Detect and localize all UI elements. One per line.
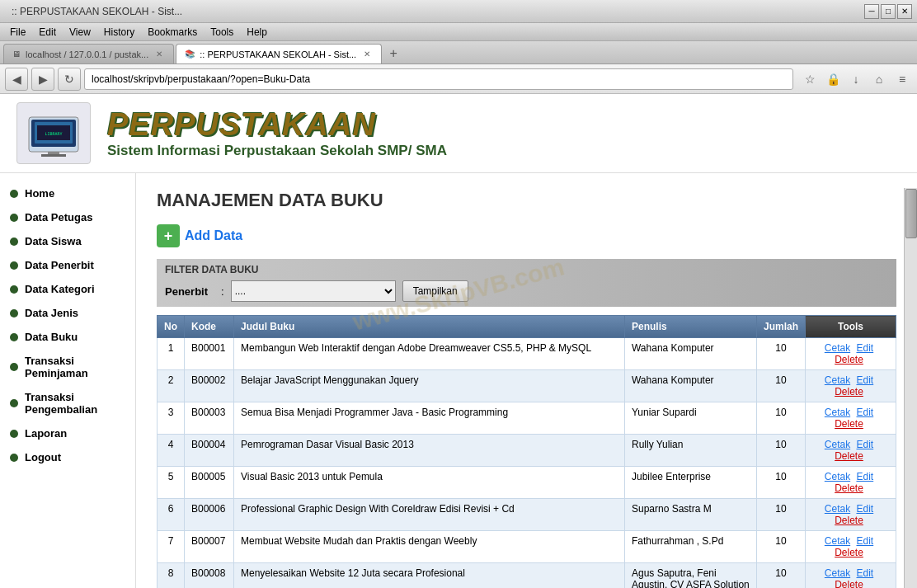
cell-penulis: Yuniar Supardi bbox=[624, 402, 756, 435]
delete-link[interactable]: Delete bbox=[835, 354, 863, 365]
cell-jumlah: 10 bbox=[756, 531, 805, 563]
menu-bookmarks[interactable]: Bookmarks bbox=[141, 26, 204, 38]
logo-image: LIBRARY bbox=[25, 109, 82, 158]
sidebar-item-data-jenis[interactable]: Data Jenis bbox=[0, 301, 135, 325]
sidebar-item-logout[interactable]: Logout bbox=[0, 445, 135, 469]
star-icon[interactable]: ☆ bbox=[800, 69, 820, 89]
bullet-data-jenis bbox=[10, 309, 18, 318]
scrollbar-track[interactable] bbox=[904, 188, 917, 588]
content-area: MANAJEMEN DATA BUKU + Add Data FILTER DA… bbox=[136, 173, 917, 588]
cetak-link[interactable]: Cetak bbox=[825, 567, 850, 579]
svg-rect-6 bbox=[41, 154, 66, 157]
sidebar: Home Data Petugas Data Siswa Data Penerb… bbox=[0, 173, 136, 588]
cetak-link[interactable]: Cetak bbox=[825, 342, 850, 354]
cell-penulis: Wahana Komputer bbox=[624, 370, 756, 402]
sidebar-item-data-kategori[interactable]: Data Kategori bbox=[0, 277, 135, 301]
sidebar-label-data-kategori: Data Kategori bbox=[25, 283, 95, 295]
minimize-button[interactable]: ─ bbox=[864, 4, 879, 19]
cell-jumlah: 10 bbox=[756, 563, 805, 589]
cell-jumlah: 10 bbox=[756, 499, 805, 531]
cetak-link[interactable]: Cetak bbox=[825, 503, 850, 515]
tab-label-1: :: PERPUSTAKAAN SEKOLAH - Sist... bbox=[200, 49, 356, 59]
sidebar-item-transaksi-peminjaman[interactable]: Transaksi Peminjaman bbox=[0, 349, 135, 385]
tampilkan-button[interactable]: Tampilkan bbox=[402, 280, 468, 302]
edit-link[interactable]: Edit bbox=[857, 535, 874, 547]
add-data-button[interactable]: + Add Data bbox=[157, 224, 242, 247]
cell-judul: Membangun Web Interaktif dengan Adobe Dr… bbox=[234, 338, 625, 370]
address-bar[interactable] bbox=[84, 68, 793, 90]
tab-0[interactable]: 🖥 localhost / 127.0.0.1 / pustak... ✕ bbox=[3, 44, 174, 64]
edit-link[interactable]: Edit bbox=[857, 439, 874, 450]
bullet-data-buku bbox=[10, 333, 18, 341]
shield-icon[interactable]: 🔒 bbox=[823, 69, 843, 89]
cetak-link[interactable]: Cetak bbox=[825, 439, 850, 450]
delete-link[interactable]: Delete bbox=[835, 547, 863, 558]
menu-icon[interactable]: ≡ bbox=[892, 69, 912, 89]
table-row: 3 B00003 Semua Bisa Menjadi Programmer J… bbox=[158, 402, 896, 435]
refresh-button[interactable]: ↻ bbox=[58, 68, 81, 91]
maximize-button[interactable]: □ bbox=[881, 4, 896, 19]
cetak-link[interactable]: Cetak bbox=[825, 407, 850, 418]
menu-history[interactable]: History bbox=[97, 26, 141, 38]
sidebar-item-home[interactable]: Home bbox=[0, 181, 135, 205]
cell-penulis: Agus Saputra, Feni Agustin, CV ASFA Solu… bbox=[624, 563, 756, 589]
bullet-logout bbox=[10, 454, 18, 462]
edit-link[interactable]: Edit bbox=[857, 503, 874, 515]
tab-close-1[interactable]: ✕ bbox=[361, 49, 373, 60]
home-icon[interactable]: ⌂ bbox=[869, 69, 889, 89]
sidebar-item-laporan[interactable]: Laporan bbox=[0, 421, 135, 445]
sidebar-label-data-penerbit: Data Penerbit bbox=[25, 259, 94, 271]
svg-text:LIBRARY: LIBRARY bbox=[45, 131, 62, 136]
edit-link[interactable]: Edit bbox=[857, 471, 874, 482]
delete-link[interactable]: Delete bbox=[835, 386, 863, 397]
download-icon[interactable]: ↓ bbox=[846, 69, 866, 89]
cetak-link[interactable]: Cetak bbox=[825, 374, 850, 386]
tab-1[interactable]: 📚 :: PERPUSTAKAAN SEKOLAH - Sist... ✕ bbox=[176, 44, 382, 64]
tab-favicon: 🖥 bbox=[12, 49, 21, 59]
cell-tools: Cetak Edit Delete bbox=[806, 370, 896, 402]
edit-link[interactable]: Edit bbox=[857, 407, 874, 418]
cell-kode: B00005 bbox=[185, 467, 234, 499]
delete-link[interactable]: Delete bbox=[835, 515, 863, 526]
table-row: 5 B00005 Visual Basic 2013 untuk Pemula … bbox=[158, 467, 896, 499]
sidebar-item-data-penerbit[interactable]: Data Penerbit bbox=[0, 253, 135, 277]
sidebar-item-transaksi-pengembalian[interactable]: Transaksi Pengembalian bbox=[0, 385, 135, 421]
sidebar-label-laporan: Laporan bbox=[25, 427, 67, 440]
logo-box: LIBRARY bbox=[16, 102, 91, 164]
add-tab-button[interactable]: + bbox=[383, 44, 403, 64]
sidebar-item-data-petugas[interactable]: Data Petugas bbox=[0, 205, 135, 229]
cell-kode: B00002 bbox=[185, 370, 234, 402]
scrollbar-thumb[interactable] bbox=[905, 189, 917, 238]
site-subtitle: Sistem Informasi Perpustakaan Sekolah SM… bbox=[107, 143, 447, 159]
tab-close-0[interactable]: ✕ bbox=[153, 49, 165, 60]
bullet-data-siswa bbox=[10, 238, 18, 246]
cell-judul: Menyelesaikan Website 12 Juta secara Pro… bbox=[234, 563, 625, 589]
cell-no: 3 bbox=[158, 402, 185, 435]
cell-kode: B00007 bbox=[185, 531, 234, 563]
delete-link[interactable]: Delete bbox=[835, 418, 863, 430]
edit-link[interactable]: Edit bbox=[857, 342, 874, 354]
menu-tools[interactable]: Tools bbox=[204, 26, 240, 38]
delete-link[interactable]: Delete bbox=[835, 579, 863, 588]
close-button[interactable]: ✕ bbox=[897, 4, 912, 19]
menu-file[interactable]: File bbox=[3, 26, 32, 38]
delete-link[interactable]: Delete bbox=[835, 450, 863, 462]
cetak-link[interactable]: Cetak bbox=[825, 535, 850, 547]
menu-edit[interactable]: Edit bbox=[32, 26, 63, 38]
cell-judul: Belajar JavaScript Menggunakan Jquery bbox=[234, 370, 625, 402]
back-button[interactable]: ◀ bbox=[5, 68, 28, 91]
penerbit-select[interactable]: .... bbox=[231, 280, 396, 302]
cetak-link[interactable]: Cetak bbox=[825, 471, 850, 482]
bullet-laporan bbox=[10, 430, 18, 438]
tabs-bar: 🖥 localhost / 127.0.0.1 / pustak... ✕ 📚 … bbox=[0, 41, 917, 64]
menu-help[interactable]: Help bbox=[240, 26, 274, 38]
window-buttons[interactable]: ─ □ ✕ bbox=[864, 4, 912, 19]
delete-link[interactable]: Delete bbox=[835, 482, 863, 494]
sidebar-item-data-siswa[interactable]: Data Siswa bbox=[0, 229, 135, 253]
forward-button[interactable]: ▶ bbox=[31, 68, 54, 91]
edit-link[interactable]: Edit bbox=[857, 374, 874, 386]
bullet-transaksi-peminjaman bbox=[10, 363, 18, 371]
menu-view[interactable]: View bbox=[63, 26, 97, 38]
edit-link[interactable]: Edit bbox=[857, 567, 874, 579]
sidebar-item-data-buku[interactable]: Data Buku bbox=[0, 325, 135, 349]
